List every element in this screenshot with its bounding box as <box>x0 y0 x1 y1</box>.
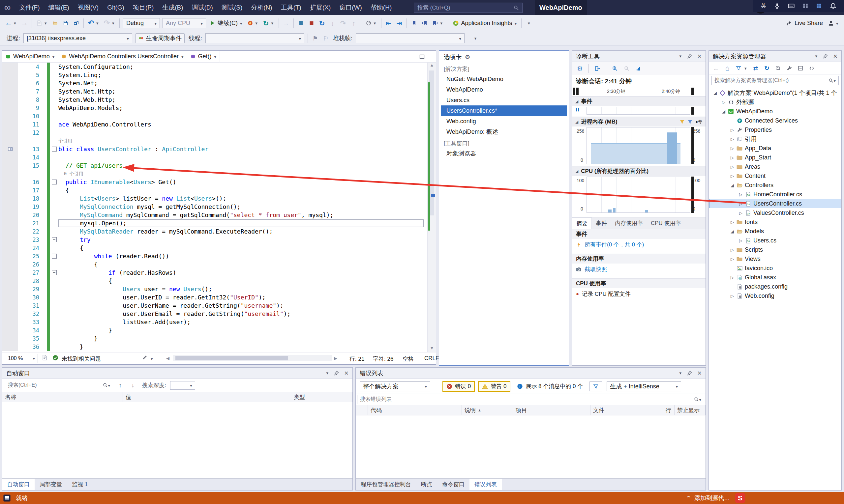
summary-link-row[interactable]: 截取快照 <box>572 264 706 275</box>
add-to-source-control[interactable]: 添加到源代… <box>694 494 730 502</box>
filter-button[interactable] <box>589 381 602 391</box>
step-over-icon[interactable]: ↷ <box>338 17 348 29</box>
code-line[interactable]: 35 } <box>2 334 428 343</box>
editor-vertical-scrollbar[interactable]: ▲ ▼ <box>427 62 436 352</box>
pin-icon[interactable] <box>334 371 339 376</box>
diagnostic-tab[interactable]: 事件 <box>592 217 611 229</box>
process-value-select[interactable]: [31036] iisexpress.exe▾ <box>23 33 132 43</box>
breakpoint-margin[interactable] <box>2 145 18 153</box>
chevron-down-icon[interactable]: ▾ <box>441 20 446 26</box>
breakpoint-margin[interactable] <box>2 71 18 79</box>
chevron-down-icon[interactable]: ▾ <box>96 20 102 26</box>
chevron-down-icon[interactable]: ▾ <box>45 20 50 26</box>
indent-in-icon[interactable]: ⇥ <box>394 17 404 29</box>
expander-icon[interactable]: ▷ <box>729 174 736 179</box>
restart-icon[interactable]: ↻ <box>261 17 271 29</box>
expander-icon[interactable]: ▷ <box>729 127 736 132</box>
breakpoint-margin[interactable] <box>2 112 18 120</box>
expander-icon[interactable]: ▷ <box>738 192 744 197</box>
step-out-icon[interactable]: ↑ <box>348 17 359 29</box>
next-icon[interactable]: ↓ <box>127 380 138 391</box>
memory-section-header[interactable]: ◢进程内存 (MB) ●专 <box>572 116 706 126</box>
code-line[interactable]: 16– public IEnumerable<Users> Get() <box>2 178 428 186</box>
tool-window-tab[interactable]: 监视 1 <box>67 479 93 490</box>
code-line[interactable]: 6System.Net; <box>2 79 428 87</box>
code-line[interactable]: 29 Users user = new Users(); <box>2 285 428 293</box>
tab-card-item[interactable]: NuGet: WebApiDemo <box>441 74 567 84</box>
filter-blue-icon[interactable] <box>687 119 693 125</box>
expander-icon[interactable]: ▷ <box>738 238 744 243</box>
breakpoint-margin[interactable] <box>2 211 18 219</box>
breakpoint-margin[interactable] <box>2 128 18 137</box>
breakpoint-margin[interactable] <box>2 137 18 145</box>
code-line[interactable]: 19 MySqlConnection mysql = getMySqlConne… <box>2 203 428 211</box>
tool-window-tab[interactable]: 局部变量 <box>35 479 67 490</box>
keyboard-icon[interactable] <box>788 3 795 9</box>
stop-icon[interactable] <box>306 17 317 29</box>
undo-icon[interactable]: ↶ <box>86 17 96 29</box>
code-line[interactable]: 32 user.UserEmail = reader.GetString("us… <box>2 310 428 318</box>
microphone-icon[interactable] <box>774 3 780 9</box>
code-line[interactable]: 5System.Linq; <box>2 71 428 79</box>
bookmark-icon[interactable] <box>409 17 419 29</box>
tree-item[interactable]: ▷Areas <box>709 162 841 171</box>
code-line[interactable]: 23– try <box>2 236 428 244</box>
breakpoint-margin[interactable] <box>2 343 18 351</box>
error-search-input[interactable]: 搜索错误列表 ▾ <box>357 395 704 404</box>
tree-item[interactable]: ▷App_Start <box>709 153 841 162</box>
column-header[interactable]: 说明▲ <box>462 405 513 415</box>
grid-blue-icon[interactable] <box>816 3 822 9</box>
menu-item[interactable]: 生成(B) <box>158 0 187 15</box>
expander-icon[interactable]: ▷ <box>729 257 736 262</box>
properties-icon[interactable] <box>784 62 795 74</box>
pin-icon[interactable] <box>823 54 828 59</box>
expander-icon[interactable]: ▷ <box>729 293 736 299</box>
chevron-down-icon[interactable]: ▾ <box>14 20 19 26</box>
summary-link-row[interactable]: 所有事件(0 个，共 0 个) <box>572 239 706 250</box>
split-editor-icon[interactable] <box>419 54 425 59</box>
chevron-down-icon[interactable]: ▾ <box>374 20 379 26</box>
depth-select[interactable]: ▾ <box>170 381 195 390</box>
code-line[interactable]: 25– while (reader.Read()) <box>2 252 428 260</box>
tool-window-tab[interactable]: 断点 <box>416 479 437 490</box>
code-line[interactable]: 15 // GET api/users <box>2 161 428 170</box>
tree-item[interactable]: ▷Web.config <box>709 291 841 301</box>
tree-item[interactable]: ◢C#WebApiDemo <box>709 107 841 116</box>
ime-indicator[interactable]: 英 <box>761 3 766 10</box>
breakpoint-margin[interactable] <box>2 120 18 128</box>
tab-card-item[interactable]: UsersController.cs* <box>441 105 567 116</box>
pin-icon[interactable] <box>687 54 692 59</box>
tool-window-tab[interactable]: 命令窗口 <box>437 479 469 490</box>
expander-icon[interactable]: ◢ <box>729 183 736 188</box>
sogou-ime-icon[interactable]: S <box>735 493 745 503</box>
refresh-icon[interactable]: ↻ <box>762 62 772 74</box>
tree-item[interactable]: ▷Global.asax <box>709 273 841 282</box>
code-line[interactable]: 20 MySqlCommand mySqlCommand = getSqlCom… <box>2 211 428 219</box>
expander-icon[interactable]: ▷ <box>738 211 744 215</box>
hot-reload-icon[interactable] <box>245 17 256 29</box>
breakpoint-margin[interactable] <box>2 62 18 71</box>
breakpoint-margin[interactable] <box>2 285 18 293</box>
tree-item[interactable]: ◢解决方案"WebApiDemo"(1 个项目/共 1 个 <box>709 88 841 97</box>
tab-card-item[interactable]: WebApiDemo: 概述 <box>441 126 567 137</box>
menu-item[interactable]: 调试(D) <box>188 0 217 15</box>
breakpoint-margin[interactable] <box>2 293 18 301</box>
expander-icon[interactable]: ▷ <box>729 220 736 224</box>
column-header[interactable]: 值 <box>123 392 291 402</box>
summary-link-row[interactable]: ●记录 CPU 配置文件 <box>572 288 706 300</box>
grid-icon[interactable] <box>803 3 808 9</box>
column-header[interactable] <box>356 405 368 415</box>
feedback-icon[interactable] <box>826 18 836 29</box>
tool-window-tab[interactable]: 错误列表 <box>469 479 502 490</box>
cpu-chart[interactable] <box>586 177 690 213</box>
column-header[interactable]: 名称 <box>2 392 123 402</box>
breakpoint-margin[interactable] <box>2 79 18 87</box>
tree-item[interactable]: packages.config <box>709 282 841 291</box>
platform-select[interactable]: Any CPU▾ <box>162 18 206 28</box>
tree-item[interactable]: ▷C#UsersController.cs <box>709 199 841 208</box>
filter-yellow-icon[interactable] <box>679 119 685 125</box>
app-insights-button[interactable]: Application Insights▾ <box>450 17 520 29</box>
code-line[interactable]: 24 { <box>2 244 428 252</box>
diagnostic-tab[interactable]: 摘要 <box>572 217 592 229</box>
nav-back-icon[interactable]: ← <box>3 17 14 29</box>
